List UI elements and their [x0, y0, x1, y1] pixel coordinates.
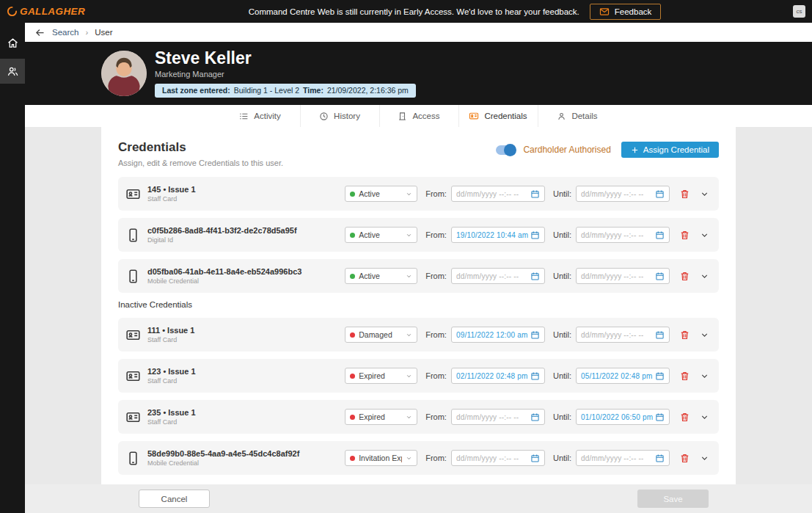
from-label: From:	[425, 189, 447, 198]
status-dot-icon	[350, 456, 355, 461]
calendar-icon[interactable]	[530, 330, 540, 340]
back-arrow-icon[interactable]	[34, 27, 45, 38]
expand-row-chevron-icon[interactable]	[700, 189, 709, 199]
cardholders-icon	[7, 65, 19, 78]
from-date-value: 09/11/2022 12:00 am	[456, 331, 528, 339]
feedback-button[interactable]: Feedback	[590, 4, 662, 20]
cardholder-authorised-label: Cardholder Authorised	[523, 145, 610, 155]
calendar-icon[interactable]	[655, 189, 665, 199]
until-date-value: dd/mm/yyyy --:-- --	[581, 190, 643, 198]
expand-row-chevron-icon[interactable]	[700, 330, 709, 340]
tab-access[interactable]: Access	[379, 105, 458, 127]
delete-credential-button[interactable]	[679, 371, 690, 382]
tab-activity[interactable]: Activity	[221, 105, 300, 127]
status-label: Invitation Exp	[359, 454, 402, 462]
calendar-icon[interactable]	[655, 371, 665, 381]
status-select[interactable]: Active	[345, 268, 417, 284]
details-person-icon	[557, 112, 566, 121]
user-role: Marketing Manager	[155, 70, 416, 79]
expand-row-chevron-icon[interactable]	[700, 454, 709, 463]
staff-card-icon	[125, 368, 141, 384]
from-label: From:	[425, 412, 447, 421]
until-date-input[interactable]: dd/mm/yyyy --:-- --	[576, 186, 670, 202]
activity-list-icon	[239, 112, 249, 121]
credential-type: Mobile Credential	[147, 459, 345, 467]
from-date-input[interactable]: dd/mm/yyyy --:-- --	[451, 450, 545, 466]
calendar-icon[interactable]	[530, 371, 540, 381]
calendar-icon[interactable]	[655, 330, 665, 340]
status-select[interactable]: Expired	[345, 409, 417, 425]
from-date-input[interactable]: 19/10/2022 10:44 am	[451, 227, 545, 243]
tab-history[interactable]: History	[300, 105, 379, 127]
panel-header: Credentials Assign, edit & remove Creden…	[118, 137, 719, 167]
assign-credential-button[interactable]: Assign Credential	[621, 142, 719, 158]
status-select[interactable]: Damaged	[345, 327, 417, 343]
calendar-icon[interactable]	[530, 272, 540, 281]
topbar: GALLAGHER Command Centre Web is still cu…	[0, 0, 812, 23]
tab-history-label: History	[334, 112, 360, 120]
calendar-icon[interactable]	[530, 412, 540, 422]
breadcrumb-separator: ›	[85, 28, 88, 37]
from-date-input[interactable]: dd/mm/yyyy --:-- --	[451, 268, 545, 284]
expand-row-chevron-icon[interactable]	[700, 412, 709, 422]
from-date-input[interactable]: 09/11/2022 12:00 am	[451, 327, 545, 343]
sidebar-item-cardholders[interactable]	[0, 59, 25, 84]
until-label: Until:	[553, 454, 571, 462]
status-dot-icon	[350, 415, 355, 420]
credential-row: 111 • Issue 1 Staff Card Damaged	[118, 318, 719, 352]
until-date-input[interactable]: dd/mm/yyyy --:-- --	[576, 227, 670, 243]
calendar-icon[interactable]	[530, 189, 540, 199]
calendar-icon[interactable]	[655, 454, 665, 463]
expand-row-chevron-icon[interactable]	[700, 230, 709, 240]
calendar-icon[interactable]	[655, 230, 665, 240]
calendar-icon[interactable]	[530, 230, 540, 240]
cardholder-authorised-toggle[interactable]	[496, 145, 516, 155]
until-date-input[interactable]: 05/11/2022 02:48 pm	[576, 368, 670, 384]
chevron-down-icon	[406, 373, 412, 379]
credential-title: 111 • Issue 1	[147, 326, 345, 335]
breadcrumb-search-link[interactable]: Search	[52, 28, 78, 37]
delete-credential-button[interactable]	[679, 412, 690, 423]
cancel-button[interactable]: Cancel	[139, 490, 210, 508]
calendar-icon[interactable]	[655, 272, 665, 281]
status-dot-icon	[350, 274, 355, 279]
until-date-input[interactable]: dd/mm/yyyy --:-- --	[576, 268, 670, 284]
delete-credential-button[interactable]	[679, 230, 690, 241]
calendar-icon[interactable]	[655, 412, 665, 422]
delete-credential-button[interactable]	[679, 189, 690, 200]
credentials-card-icon	[469, 111, 479, 121]
until-date-input[interactable]: dd/mm/yyyy --:-- --	[576, 327, 670, 343]
tab-details[interactable]: Details	[538, 105, 617, 127]
status-label: Damaged	[359, 330, 392, 339]
calendar-icon[interactable]	[530, 454, 540, 463]
credential-info: 123 • Issue 1 Staff Card	[147, 367, 345, 385]
delete-credential-button[interactable]	[679, 330, 690, 341]
status-select[interactable]: Active	[345, 186, 417, 202]
expand-row-chevron-icon[interactable]	[700, 371, 709, 381]
from-date-input[interactable]: dd/mm/yyyy --:-- --	[451, 409, 545, 425]
panel-header-right: Cardholder Authorised Assign Credential	[496, 142, 719, 158]
until-date-input[interactable]: dd/mm/yyyy --:-- --	[576, 450, 670, 466]
status-label: Active	[359, 272, 380, 280]
until-date-input[interactable]: 01/10/2022 06:50 pm	[576, 409, 670, 425]
credential-info: 145 • Issue 1 Staff Card	[147, 185, 345, 203]
status-select[interactable]: Expired	[345, 368, 417, 384]
credential-row: c0f5b286-8ad8-4f41-b3f2-de2c78d5a95f Dig…	[118, 218, 719, 252]
delete-credential-button[interactable]	[679, 271, 690, 282]
status-select[interactable]: Active	[345, 227, 417, 243]
tab-credentials[interactable]: Credentials	[458, 105, 538, 127]
from-date-input[interactable]: dd/mm/yyyy --:-- --	[451, 186, 545, 202]
status-select[interactable]: Invitation Exp	[345, 450, 417, 466]
credential-title: d05fba06-41ab-4e11-8a4e-eb524a996bc3	[147, 267, 345, 276]
top-right-badge[interactable]: cs	[793, 5, 805, 18]
credential-title: c0f5b286-8ad8-4f41-b3f2-de2c78d5a95f	[147, 226, 345, 235]
from-date-input[interactable]: 02/11/2022 02:48 pm	[451, 368, 545, 384]
time-value: 21/09/2022, 2:16:36 pm	[327, 86, 409, 95]
from-date-value: dd/mm/yyyy --:-- --	[456, 454, 519, 462]
expand-row-chevron-icon[interactable]	[700, 272, 709, 281]
delete-credential-button[interactable]	[679, 453, 690, 464]
save-button[interactable]: Save	[637, 490, 709, 508]
sidebar-item-home[interactable]	[0, 30, 25, 55]
until-date-value: dd/mm/yyyy --:-- --	[581, 331, 643, 339]
envelope-icon	[599, 7, 610, 17]
